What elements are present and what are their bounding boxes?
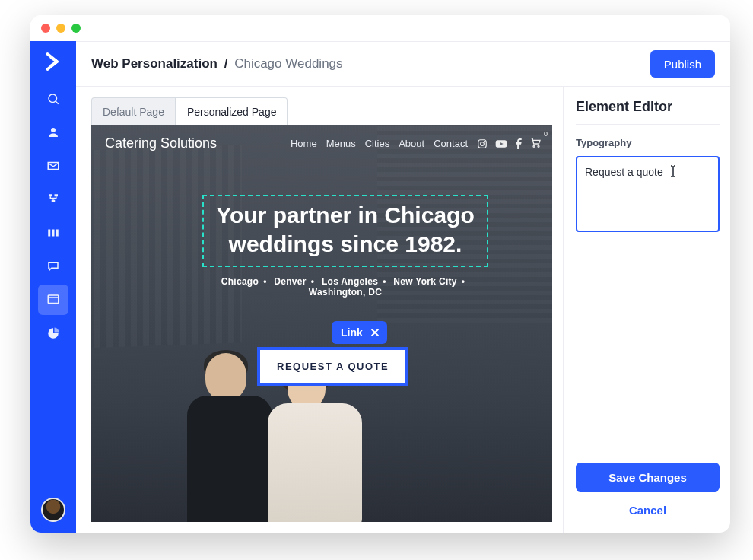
app-window: Web Personalization / Chicago Weddings P… — [30, 15, 730, 533]
deals-icon — [46, 226, 60, 240]
window-titlebar — [30, 15, 730, 41]
element-toolbar-link-label[interactable]: Link — [341, 326, 363, 339]
sidebar-item-reports[interactable] — [38, 318, 68, 348]
inspector-title: Element Editor — [576, 99, 720, 125]
element-editor-panel: Element Editor Typography Request a quot… — [563, 87, 730, 533]
nav-menus[interactable]: Menus — [326, 138, 356, 149]
window-minimize-dot[interactable] — [56, 24, 65, 33]
svg-rect-8 — [48, 295, 59, 304]
sidebar-item-chat[interactable] — [38, 251, 68, 282]
page-tabs: Default Page Personalized Page — [91, 97, 552, 125]
search-icon — [46, 92, 60, 106]
typography-label: Typography — [576, 137, 720, 148]
nav-home[interactable]: Home — [291, 138, 317, 149]
cities-list: Chicago• Denver• Los Angeles• New York C… — [163, 276, 528, 298]
contact-icon — [46, 126, 60, 139]
svg-point-10 — [481, 142, 485, 145]
cart-icon[interactable]: 0 — [529, 136, 542, 151]
nav-about[interactable]: About — [399, 138, 424, 149]
tab-personalized-page[interactable]: Personalized Page — [176, 97, 288, 125]
close-icon[interactable] — [369, 326, 381, 339]
left-sidebar — [30, 41, 76, 533]
svg-rect-6 — [52, 230, 55, 237]
window-close-dot[interactable] — [41, 24, 50, 33]
svg-point-13 — [533, 145, 535, 147]
facebook-icon[interactable] — [515, 138, 522, 149]
cancel-button[interactable]: Cancel — [576, 499, 720, 520]
site-icon — [46, 293, 60, 307]
element-toolbar: Link — [332, 321, 387, 344]
sidebar-item-contacts[interactable] — [38, 117, 68, 148]
headline-line-2: weddings since 1982. — [216, 230, 474, 259]
svg-point-0 — [49, 94, 57, 103]
nav-contact[interactable]: Contact — [434, 138, 468, 149]
sidebar-item-email[interactable] — [38, 151, 68, 181]
instagram-icon[interactable] — [477, 138, 488, 149]
cta-request-quote-button[interactable]: REQUEST A QUOTE — [257, 347, 408, 386]
selected-headline-element[interactable]: Your partner in Chicago weddings since 1… — [202, 195, 488, 267]
svg-rect-3 — [55, 194, 59, 196]
breadcrumb-section: Web Personalization — [91, 56, 218, 71]
svg-point-1 — [51, 128, 56, 132]
window-zoom-dot[interactable] — [71, 24, 81, 33]
nav-cities[interactable]: Cities — [365, 138, 390, 149]
cart-count: 0 — [544, 130, 548, 138]
text-cursor-icon — [669, 165, 677, 180]
typography-input[interactable]: Request a quote — [576, 156, 720, 232]
svg-rect-2 — [49, 194, 52, 196]
sidebar-item-deals[interactable] — [38, 218, 68, 248]
svg-rect-4 — [52, 200, 56, 202]
svg-point-14 — [538, 145, 539, 147]
sidebar-item-search[interactable] — [38, 84, 68, 114]
svg-rect-7 — [56, 230, 59, 237]
app-logo-icon — [42, 50, 65, 73]
publish-button[interactable]: Publish — [650, 50, 715, 78]
tab-default-page[interactable]: Default Page — [91, 97, 176, 125]
sidebar-item-automation[interactable] — [38, 184, 68, 215]
page-preview: Catering Solutions Home Menus Cities Abo… — [91, 125, 552, 522]
svg-rect-5 — [48, 230, 50, 237]
svg-point-11 — [485, 141, 485, 142]
automation-icon — [46, 192, 60, 206]
save-changes-button[interactable]: Save Changes — [576, 463, 720, 492]
reports-icon — [46, 326, 60, 340]
breadcrumb-page: Chicago Weddings — [234, 56, 342, 71]
site-brand: Catering Solutions — [105, 135, 217, 151]
youtube-icon[interactable] — [495, 139, 507, 148]
email-icon — [46, 159, 60, 173]
top-bar: Web Personalization / Chicago Weddings P… — [76, 41, 730, 87]
breadcrumb: Web Personalization / Chicago Weddings — [91, 56, 343, 72]
headline-line-1: Your partner in Chicago — [216, 201, 474, 230]
sidebar-item-site[interactable] — [38, 285, 68, 315]
chat-icon — [46, 259, 60, 273]
user-avatar[interactable] — [41, 498, 65, 522]
